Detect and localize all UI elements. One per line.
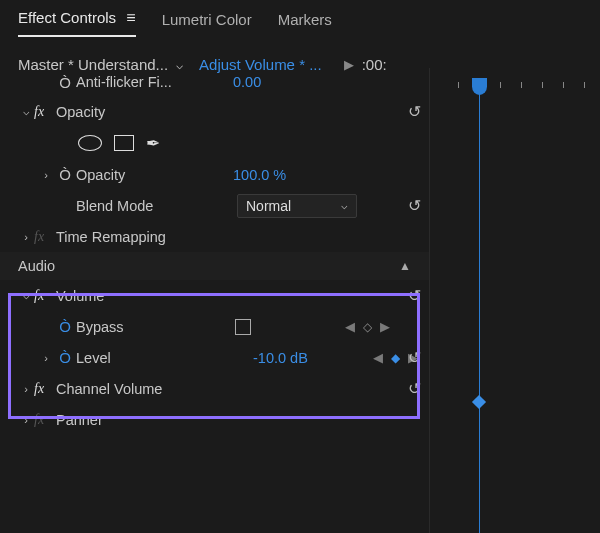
prev-keyframe-icon[interactable]: ◀ <box>345 319 355 334</box>
time-remapping-label: Time Remapping <box>56 229 166 245</box>
reset-icon[interactable]: ↺ <box>408 102 421 121</box>
mask-tools-row: ✒ <box>0 127 429 159</box>
panner-label: Panner <box>56 412 103 428</box>
timeline-column[interactable] <box>430 68 600 533</box>
anti-flicker-value[interactable]: 0.00 <box>233 74 319 90</box>
reset-icon[interactable]: ↺ <box>408 348 421 367</box>
row-level: › Ò Level -10.0 dB ◀ ◆ ▶ ↺ <box>0 342 429 373</box>
caret-right-icon[interactable]: › <box>18 414 34 426</box>
bypass-checkbox[interactable] <box>235 319 251 335</box>
chevron-down-icon: ⌵ <box>341 199 348 212</box>
tab-lumetri-color[interactable]: Lumetri Color <box>162 11 252 36</box>
blend-mode-select[interactable]: Normal ⌵ <box>237 194 357 218</box>
tab-label: Effect Controls <box>18 9 116 26</box>
reset-icon[interactable]: ↺ <box>408 196 421 215</box>
fx-icon[interactable]: fx <box>34 381 56 397</box>
reset-icon[interactable]: ↺ <box>408 286 421 305</box>
properties-column: Ò Anti-flicker Fi... 0.00 ⌵ fx Opacity ↺… <box>0 68 430 533</box>
keyframe-diamond-icon[interactable] <box>472 395 486 409</box>
panel-menu-icon[interactable]: ≡ <box>126 9 135 26</box>
keyframe-nav: ◀ ◇ ▶ <box>335 319 399 334</box>
row-time-remapping: › fx Time Remapping <box>0 221 429 252</box>
tab-effect-controls[interactable]: Effect Controls ≡ <box>18 9 136 37</box>
anti-flicker-label: Anti-flicker Fi... <box>76 74 172 90</box>
fx-icon[interactable]: fx <box>34 288 56 304</box>
opacity-label: Opacity <box>76 167 125 183</box>
volume-fx-label: Volume <box>56 288 104 304</box>
fx-icon[interactable]: fx <box>34 412 56 428</box>
rectangle-mask-icon[interactable] <box>114 135 134 151</box>
row-volume-fx: ⌵ fx Volume ↺ <box>0 280 429 311</box>
playhead-line <box>479 92 480 533</box>
reset-icon[interactable]: ↺ <box>408 379 421 398</box>
row-opacity-fx: ⌵ fx Opacity ↺ <box>0 96 429 127</box>
ellipse-mask-icon[interactable] <box>78 135 102 151</box>
blend-mode-value: Normal <box>246 198 291 214</box>
add-keyframe-icon[interactable]: ◆ <box>391 351 400 365</box>
caret-right-icon[interactable]: › <box>18 383 34 395</box>
panel-tabs: Effect Controls ≡ Lumetri Color Markers <box>0 0 600 38</box>
add-keyframe-icon[interactable]: ◇ <box>363 320 372 334</box>
blend-mode-label: Blend Mode <box>76 198 153 214</box>
caret-down-icon[interactable]: ⌵ <box>18 289 34 302</box>
workspace: Ò Anti-flicker Fi... 0.00 ⌵ fx Opacity ↺… <box>0 68 600 533</box>
tab-markers[interactable]: Markers <box>278 11 332 36</box>
level-value[interactable]: -10.0 dB <box>253 350 339 366</box>
pen-mask-icon[interactable]: ✒ <box>146 133 160 154</box>
caret-right-icon[interactable]: › <box>18 231 34 243</box>
caret-down-icon[interactable]: ⌵ <box>18 105 34 118</box>
row-anti-flicker: Ò Anti-flicker Fi... 0.00 <box>0 68 429 96</box>
caret-right-icon[interactable]: › <box>38 169 54 181</box>
opacity-fx-label: Opacity <box>56 104 105 120</box>
channel-volume-label: Channel Volume <box>56 381 162 397</box>
caret-right-icon[interactable]: › <box>38 352 54 364</box>
prev-keyframe-icon[interactable]: ◀ <box>373 350 383 365</box>
row-bypass: › Ò Bypass ◀ ◇ ▶ <box>0 311 429 342</box>
fx-icon[interactable]: fx <box>34 104 56 120</box>
row-opacity: › Ò Opacity 100.0 % <box>0 159 429 190</box>
fx-icon[interactable]: fx <box>34 229 56 245</box>
bypass-label: Bypass <box>76 319 124 335</box>
audio-section-header[interactable]: Audio ▲ <box>0 252 429 280</box>
audio-section-label: Audio <box>18 258 55 274</box>
level-label: Level <box>76 350 111 366</box>
row-panner: › fx Panner <box>0 404 429 435</box>
row-channel-volume: › fx Channel Volume ↺ <box>0 373 429 404</box>
collapse-up-icon[interactable]: ▲ <box>399 259 411 273</box>
stopwatch-active-icon[interactable]: Ò <box>54 318 76 335</box>
opacity-value[interactable]: 100.0 % <box>233 167 319 183</box>
stopwatch-icon[interactable]: Ò <box>54 74 76 91</box>
stopwatch-active-icon[interactable]: Ò <box>54 349 76 366</box>
time-ruler[interactable] <box>430 68 600 98</box>
row-blend-mode: Blend Mode Normal ⌵ ↺ <box>0 190 429 221</box>
stopwatch-icon[interactable]: Ò <box>54 166 76 183</box>
next-keyframe-icon[interactable]: ▶ <box>380 319 390 334</box>
